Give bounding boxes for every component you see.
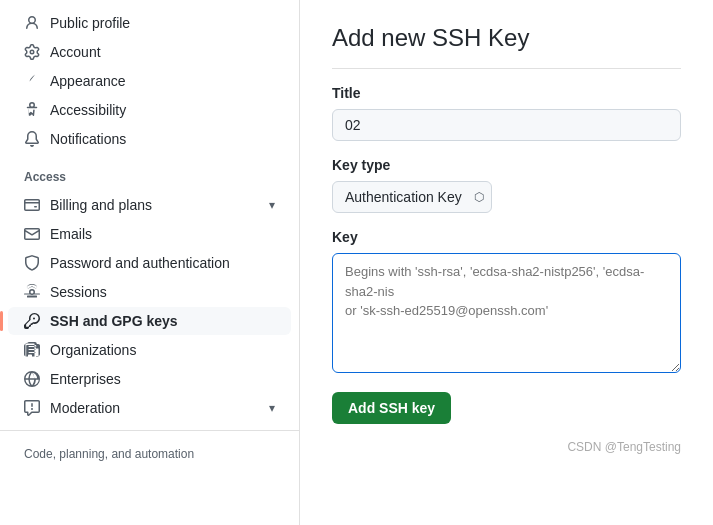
key-type-label: Key type	[332, 157, 681, 173]
sidebar-item-label: Organizations	[50, 342, 136, 358]
add-ssh-key-button[interactable]: Add SSH key	[332, 392, 451, 424]
access-section-label: Access	[0, 154, 299, 190]
sidebar-item-label: Account	[50, 44, 101, 60]
title-form-group: Title	[332, 85, 681, 141]
sidebar-item-enterprises[interactable]: Enterprises	[8, 365, 291, 393]
sidebar-footer: Code, planning, and automation	[0, 430, 299, 477]
watermark: CSDN @TengTesting	[332, 440, 681, 454]
main-content: Add new SSH Key Title Key type Authentic…	[300, 0, 713, 525]
sidebar-item-accessibility[interactable]: Accessibility	[8, 96, 291, 124]
globe-icon	[24, 371, 40, 387]
key-textarea[interactable]	[332, 253, 681, 373]
sidebar-item-label: Notifications	[50, 131, 126, 147]
key-icon	[24, 313, 40, 329]
key-form-group: Key	[332, 229, 681, 376]
sidebar-item-label: Public profile	[50, 15, 130, 31]
sidebar-access-nav: Billing and plans ▾ Emails Password and …	[0, 191, 299, 422]
sidebar-item-ssh-gpg[interactable]: SSH and GPG keys	[8, 307, 291, 335]
shield-icon	[24, 255, 40, 271]
sidebar-item-emails[interactable]: Emails	[8, 220, 291, 248]
sidebar-item-password[interactable]: Password and authentication	[8, 249, 291, 277]
sidebar-item-label: Sessions	[50, 284, 107, 300]
sidebar-item-label: Billing and plans	[50, 197, 152, 213]
key-type-form-group: Key type Authentication Key Signing Key …	[332, 157, 681, 213]
title-label: Title	[332, 85, 681, 101]
accessibility-icon	[24, 102, 40, 118]
report-icon	[24, 400, 40, 416]
credit-card-icon	[24, 197, 40, 213]
key-type-select-wrapper: Authentication Key Signing Key ⬡	[332, 181, 492, 213]
bell-icon	[24, 131, 40, 147]
key-label: Key	[332, 229, 681, 245]
sidebar-item-public-profile[interactable]: Public profile	[8, 9, 291, 37]
sidebar-item-organizations[interactable]: Organizations	[8, 336, 291, 364]
sidebar: Public profile Account Appearance	[0, 0, 300, 525]
sidebar-item-notifications[interactable]: Notifications	[8, 125, 291, 153]
title-input[interactable]	[332, 109, 681, 141]
mail-icon	[24, 226, 40, 242]
sidebar-item-moderation[interactable]: Moderation ▾	[8, 394, 291, 422]
key-type-select[interactable]: Authentication Key Signing Key	[332, 181, 492, 213]
sidebar-nav: Public profile Account Appearance	[0, 9, 299, 153]
page-title: Add new SSH Key	[332, 24, 681, 69]
broadcast-icon	[24, 284, 40, 300]
sidebar-item-label: Appearance	[50, 73, 126, 89]
sidebar-item-label: Moderation	[50, 400, 120, 416]
organization-icon	[24, 342, 40, 358]
sidebar-item-sessions[interactable]: Sessions	[8, 278, 291, 306]
footer-text: Code, planning, and automation	[24, 447, 194, 461]
sidebar-item-label: Password and authentication	[50, 255, 230, 271]
chevron-down-icon: ▾	[269, 198, 275, 212]
sidebar-item-label: SSH and GPG keys	[50, 313, 178, 329]
sidebar-item-appearance[interactable]: Appearance	[8, 67, 291, 95]
sidebar-item-label: Accessibility	[50, 102, 126, 118]
chevron-down-icon: ▾	[269, 401, 275, 415]
gear-icon	[24, 44, 40, 60]
person-icon	[24, 15, 40, 31]
sidebar-item-account[interactable]: Account	[8, 38, 291, 66]
sidebar-item-billing[interactable]: Billing and plans ▾	[8, 191, 291, 219]
sidebar-item-label: Emails	[50, 226, 92, 242]
paintbrush-icon	[24, 73, 40, 89]
sidebar-item-label: Enterprises	[50, 371, 121, 387]
